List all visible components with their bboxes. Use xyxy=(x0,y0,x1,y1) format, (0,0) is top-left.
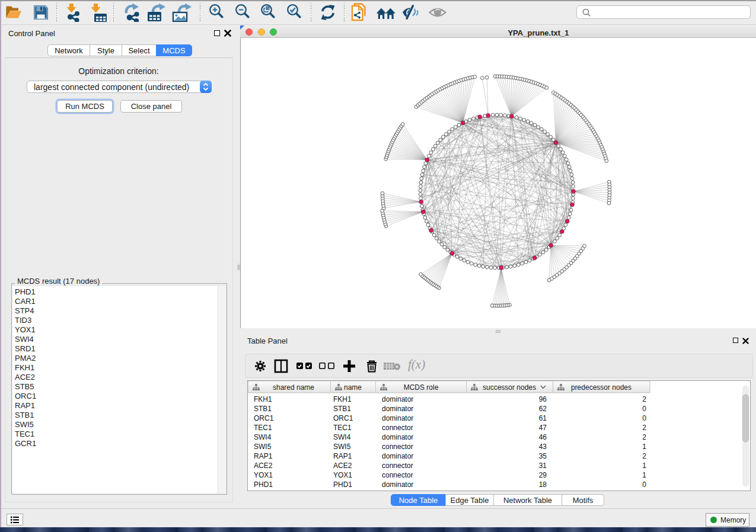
svg-text:dominator: dominator xyxy=(382,395,413,403)
svg-text:2: 2 xyxy=(642,452,646,460)
svg-text:43: 43 xyxy=(539,443,547,451)
svg-text:successor nodes: successor nodes xyxy=(483,383,536,392)
svg-text:predecessor nodes: predecessor nodes xyxy=(571,383,631,392)
svg-text:PHD1: PHD1 xyxy=(254,480,273,489)
svg-text:FKH1: FKH1 xyxy=(254,395,272,403)
svg-text:SWI5: SWI5 xyxy=(254,443,272,451)
svg-text:connector: connector xyxy=(382,443,413,451)
svg-text:dominator: dominator xyxy=(382,452,413,460)
svg-text:61: 61 xyxy=(539,414,547,422)
svg-text:1: 1 xyxy=(642,471,646,479)
svg-text:96: 96 xyxy=(539,395,547,403)
svg-text:29: 29 xyxy=(539,471,547,479)
svg-text:STB1: STB1 xyxy=(254,405,272,413)
svg-text:dominator: dominator xyxy=(382,414,413,422)
svg-text:SWI4: SWI4 xyxy=(254,433,272,441)
svg-text:ORC1: ORC1 xyxy=(254,414,274,422)
svg-text:35: 35 xyxy=(539,452,547,460)
svg-text:2: 2 xyxy=(642,395,646,403)
svg-text:ACE2: ACE2 xyxy=(254,462,273,470)
svg-text:ACE2: ACE2 xyxy=(333,462,352,470)
svg-text:connector: connector xyxy=(382,424,413,432)
svg-text:FKH1: FKH1 xyxy=(333,395,352,403)
svg-text:STB1: STB1 xyxy=(333,405,351,413)
svg-text:YOX1: YOX1 xyxy=(254,471,273,479)
svg-text:MCDS role: MCDS role xyxy=(404,383,439,392)
svg-text:SWI5: SWI5 xyxy=(333,443,351,451)
svg-text:1: 1 xyxy=(642,462,646,470)
svg-text:TEC1: TEC1 xyxy=(254,424,272,432)
svg-text:62: 62 xyxy=(539,405,547,413)
svg-text:YOX1: YOX1 xyxy=(333,471,352,479)
svg-text:46: 46 xyxy=(539,433,547,441)
svg-text:1: 1 xyxy=(642,443,646,451)
svg-text:0: 0 xyxy=(642,405,646,413)
svg-text:2: 2 xyxy=(642,433,646,441)
svg-text:RAP1: RAP1 xyxy=(333,452,352,460)
svg-text:dominator: dominator xyxy=(382,433,413,441)
svg-text:connector: connector xyxy=(382,462,413,470)
svg-text:0: 0 xyxy=(642,480,646,489)
svg-text:dominator: dominator xyxy=(382,405,413,413)
svg-text:shared name: shared name xyxy=(273,383,314,392)
svg-text:name: name xyxy=(344,383,362,392)
svg-text:RAP1: RAP1 xyxy=(254,452,273,460)
svg-text:SWI4: SWI4 xyxy=(333,433,351,441)
svg-text:0: 0 xyxy=(642,414,646,422)
svg-text:18: 18 xyxy=(539,480,547,489)
svg-text:ORC1: ORC1 xyxy=(333,414,353,422)
svg-text:PHD1: PHD1 xyxy=(333,480,352,489)
svg-text:2: 2 xyxy=(642,424,646,432)
svg-text:47: 47 xyxy=(539,424,547,432)
svg-text:31: 31 xyxy=(539,462,547,470)
svg-text:connector: connector xyxy=(382,471,413,479)
svg-text:TEC1: TEC1 xyxy=(333,424,352,432)
svg-text:dominator: dominator xyxy=(382,480,413,489)
